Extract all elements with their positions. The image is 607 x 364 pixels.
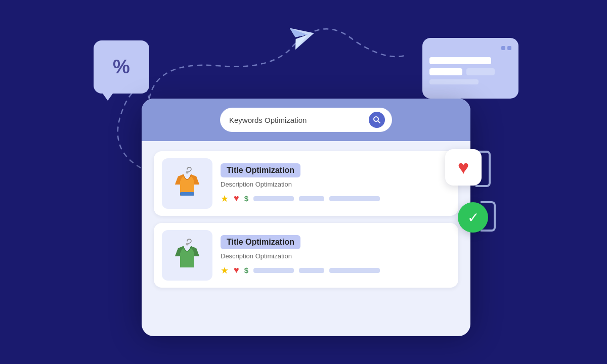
- floating-heart-icon: ♥: [458, 157, 469, 178]
- product-card-2: Title Optimization Description Optimizat…: [154, 223, 458, 288]
- product-info-2: Title Optimization Description Optimizat…: [221, 235, 450, 276]
- card-bar-medium: [429, 79, 479, 84]
- credit-card-widget: [422, 38, 518, 99]
- star-icon-1: ★: [221, 193, 229, 204]
- card-dot-1: [501, 46, 505, 50]
- browser-window: Keywords Optimization: [142, 99, 470, 326]
- heart-icon-2: ♥: [234, 265, 239, 276]
- svg-point-7: [186, 243, 189, 246]
- product-card-1: Title Optimization Description Optimizat…: [154, 151, 458, 216]
- percent-bubble: %: [94, 40, 149, 94]
- percent-icon: %: [113, 56, 130, 78]
- product-title-2: Title Optimization: [227, 238, 294, 246]
- meta-bar-2b: [299, 268, 324, 273]
- dollar-icon-1: $: [244, 194, 248, 203]
- card-dots: [501, 46, 511, 50]
- meta-bar-2c: [329, 268, 380, 273]
- paper-plane: [287, 20, 321, 57]
- product-image-2: [162, 230, 212, 281]
- product-image-1: [162, 158, 212, 209]
- product-title-1: Title Optimization: [227, 166, 294, 174]
- svg-rect-6: [180, 192, 194, 196]
- card-bar-long: [429, 57, 491, 64]
- meta-bar-1a: [253, 196, 294, 201]
- product-title-bar-2: Title Optimization: [221, 235, 300, 249]
- product-info-1: Title Optimization Description Optimizat…: [221, 163, 450, 204]
- check-badge: ✓: [458, 202, 488, 233]
- search-bar[interactable]: Keywords Optimization: [220, 108, 392, 132]
- star-icon-2: ★: [221, 265, 229, 276]
- search-input-text: Keywords Optimization: [229, 116, 365, 124]
- browser-topbar: Keywords Optimization: [142, 99, 470, 141]
- product-title-bar-1: Title Optimization: [221, 163, 300, 177]
- product-meta-1: ★ ♥ $: [221, 193, 450, 204]
- heart-badge: ♥: [445, 149, 482, 186]
- card-bar-short-1: [429, 68, 462, 75]
- check-icon: ✓: [467, 209, 479, 226]
- card-bar-short-2: [466, 68, 495, 75]
- product-meta-2: ★ ♥ $: [221, 265, 450, 276]
- meta-bar-2a: [253, 268, 294, 273]
- tshirt-orange-icon: [169, 165, 205, 202]
- search-icon: [373, 116, 381, 124]
- tshirt-green-icon: [169, 237, 205, 274]
- product-desc-2: Description Optimization: [221, 252, 450, 260]
- meta-bar-1b: [299, 196, 324, 201]
- scene: % Keywords Optimization: [0, 0, 607, 364]
- product-desc-1: Description Optimization: [221, 180, 450, 188]
- browser-content: Title Optimization Description Optimizat…: [142, 141, 470, 336]
- dollar-icon-2: $: [244, 266, 248, 275]
- card-dot-2: [507, 46, 511, 50]
- svg-point-5: [186, 171, 189, 174]
- paper-plane-icon: [287, 20, 320, 52]
- heart-icon-1: ♥: [234, 193, 239, 204]
- svg-marker-0: [290, 22, 317, 50]
- meta-bar-1c: [329, 196, 380, 201]
- search-button[interactable]: [369, 112, 385, 128]
- svg-line-4: [378, 121, 380, 123]
